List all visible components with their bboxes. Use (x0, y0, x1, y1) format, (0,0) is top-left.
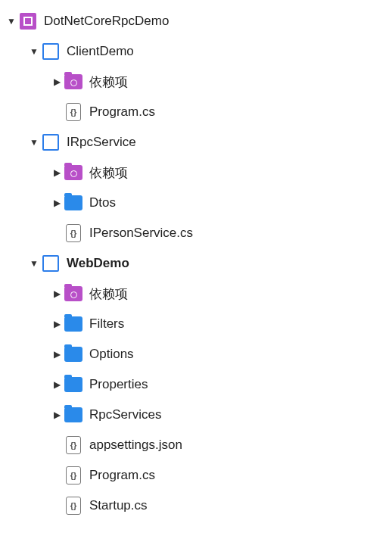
tree-item-p2f2[interactable]: ▶{}IPersonService.cs (0, 218, 392, 248)
solution-explorer-tree: ▼DotNetCoreRpcDemo▼ClientDemo▶依赖项▶{}Prog… (0, 6, 392, 521)
tree-item-p1[interactable]: ▼ClientDemo (0, 36, 392, 67)
tree-item-p1d[interactable]: ▶依赖项 (0, 67, 392, 97)
folder-icon (64, 344, 83, 364)
tree-item-label: Startup.cs (89, 498, 148, 513)
tree-item-label: 依赖项 (89, 285, 128, 303)
code-file-icon: {} (64, 435, 83, 455)
tree-item-label: Options (89, 347, 134, 362)
tree-item-label: Program.cs (89, 104, 155, 120)
tree-item-label: 依赖项 (89, 164, 128, 182)
tree-item-label: Filters (89, 316, 124, 332)
code-file-icon: {} (64, 223, 83, 243)
code-file-icon: {} (64, 496, 83, 516)
tree-item-label: Properties (89, 377, 148, 392)
chevron-right-icon[interactable]: ▶ (50, 349, 64, 360)
csharp-project-icon (41, 132, 61, 152)
tree-item-label: Program.cs (89, 468, 155, 483)
tree-item-label: ClientDemo (67, 44, 134, 59)
tree-item-label: IRpcService (67, 135, 136, 150)
tree-item-p3d[interactable]: ▶依赖项 (0, 279, 392, 309)
tree-item-label: Dtos (89, 195, 116, 210)
dependencies-folder-icon (64, 163, 83, 182)
tree-item-label: WebDemo (67, 256, 129, 271)
dependencies-folder-icon (64, 72, 83, 92)
dependencies-folder-icon (64, 284, 83, 304)
tree-item-p2f1[interactable]: ▶Dtos (0, 188, 392, 218)
tree-item-label: DotNetCoreRpcDemo (44, 14, 169, 29)
tree-item-p3f7[interactable]: ▶{}Startup.cs (0, 491, 392, 521)
folder-icon (64, 375, 83, 394)
csharp-project-icon (41, 42, 61, 61)
folder-icon (64, 405, 83, 425)
chevron-down-icon[interactable]: ▼ (27, 258, 41, 269)
chevron-right-icon[interactable]: ▶ (50, 379, 64, 390)
chevron-right-icon[interactable]: ▶ (50, 198, 64, 208)
tree-item-p3f5[interactable]: ▶{}appsettings.json (0, 430, 392, 460)
chevron-right-icon[interactable]: ▶ (50, 288, 64, 299)
chevron-right-icon[interactable]: ▶ (50, 76, 64, 87)
csharp-project-icon (41, 254, 61, 273)
chevron-down-icon[interactable]: ▼ (5, 16, 18, 26)
tree-item-p2d[interactable]: ▶依赖项 (0, 157, 392, 188)
tree-item-p1f1[interactable]: ▶{}Program.cs (0, 97, 392, 127)
code-file-icon: {} (64, 102, 83, 122)
code-file-icon: {} (64, 466, 83, 485)
chevron-right-icon[interactable]: ▶ (50, 167, 64, 178)
tree-item-p3f6[interactable]: ▶{}Program.cs (0, 460, 392, 491)
tree-item-p2[interactable]: ▼IRpcService (0, 127, 392, 157)
chevron-right-icon[interactable]: ▶ (50, 410, 64, 420)
tree-item-p3f4[interactable]: ▶RpcServices (0, 400, 392, 430)
tree-item-p3f3[interactable]: ▶Properties (0, 369, 392, 400)
tree-item-label: appsettings.json (89, 438, 182, 453)
chevron-down-icon[interactable]: ▼ (27, 137, 41, 148)
tree-item-label: 依赖项 (89, 73, 128, 91)
folder-icon (64, 314, 83, 334)
tree-item-label: IPersonService.cs (89, 226, 193, 241)
tree-item-sol[interactable]: ▼DotNetCoreRpcDemo (0, 6, 392, 36)
chevron-right-icon[interactable]: ▶ (50, 319, 64, 329)
solution-icon (18, 11, 38, 31)
tree-item-p3f1[interactable]: ▶Filters (0, 309, 392, 339)
folder-icon (64, 193, 83, 213)
chevron-down-icon[interactable]: ▼ (27, 46, 41, 57)
tree-item-p3f2[interactable]: ▶Options (0, 339, 392, 369)
tree-item-label: RpcServices (89, 407, 161, 422)
tree-item-p3[interactable]: ▼WebDemo (0, 248, 392, 279)
